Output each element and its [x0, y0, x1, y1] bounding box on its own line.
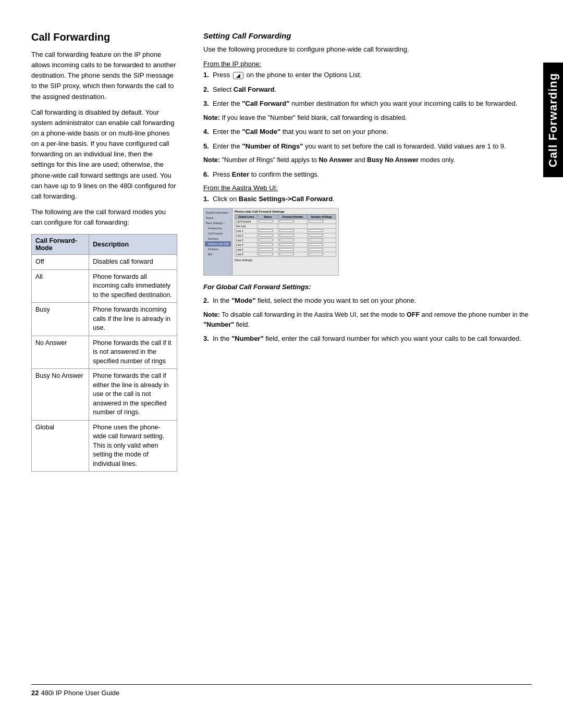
mini-td	[257, 233, 278, 238]
table-cell-mode: No Answer	[32, 336, 89, 369]
step-num: 6.	[203, 169, 213, 180]
mini-td	[257, 252, 278, 257]
step-content: Select Call Forward.	[213, 84, 532, 95]
step-6-list: 6. Press Enter to confirm the settings.	[203, 169, 532, 180]
step-content: In the "Number" field, enter the call fo…	[213, 334, 532, 344]
intro-para-1: The call forwarding feature on the IP ph…	[31, 50, 177, 102]
mini-th: Status	[257, 215, 278, 219]
list-item: 5. Enter the "Number of Rings" you want …	[203, 141, 532, 152]
page-footer: 22 480i IP Phone User Guide	[31, 684, 532, 697]
right-intro: Use the following procedure to configure…	[203, 44, 532, 55]
list-item: 3. In the "Number" field, enter the call…	[203, 334, 532, 344]
step-content: Press ◢ on the phone to enter the Option…	[213, 70, 532, 80]
mini-sidebar-item: Status	[205, 215, 231, 220]
table-cell-mode: Busy	[32, 303, 89, 336]
mini-sidebar-item: Basic Settings >	[205, 220, 231, 226]
table-cell-mode: Off	[32, 255, 89, 270]
list-item: 4. Enter the "Call Mode" that you want t…	[203, 127, 532, 137]
table-cell-desc: Disables call forward	[89, 255, 177, 270]
call-forward-table: Call Forward- Mode Description Off Disab…	[31, 234, 177, 472]
mini-td	[278, 219, 307, 224]
mini-screenshot-table: Global Lines Status Forward Number Numbe…	[235, 214, 336, 257]
mini-table-row: Per-Line	[235, 224, 336, 229]
table-cell-desc: Phone forwards incoming calls if the lin…	[89, 303, 177, 336]
step-num: 2.	[203, 84, 213, 95]
list-item: 1. Press ◢ on the phone to enter the Opt…	[203, 70, 532, 80]
note-3: Note: To disable call forwarding in the …	[203, 310, 532, 330]
intro-para-2: Call forwarding is disabled by default. …	[31, 107, 177, 202]
web-ui-steps: 1. Click on Basic Settings->Call Forward…	[203, 194, 532, 204]
mini-sidebar-item: BLF	[205, 252, 231, 257]
steps-cont: 4. Enter the "Call Mode" that you want t…	[203, 127, 532, 151]
step-num: 1.	[203, 70, 213, 80]
mini-ui: System Information Status Basic Settings…	[204, 208, 338, 275]
screenshot-box: System Information Status Basic Settings…	[203, 208, 339, 276]
mini-table-row: Call Forward	[235, 219, 336, 224]
mini-td	[307, 229, 336, 233]
mini-td: Line 5	[235, 248, 258, 252]
table-row: Busy Phone forwards incoming calls if th…	[32, 303, 177, 336]
mini-sidebar-item: Directory	[205, 246, 231, 252]
mini-td	[307, 252, 336, 257]
table-cell-desc: Phone forwards all incoming calls immedi…	[89, 269, 177, 303]
main-title: Call Forwarding	[31, 31, 177, 43]
mini-td	[307, 243, 336, 248]
table-row: All Phone forwards all incoming calls im…	[32, 269, 177, 303]
mini-td	[307, 224, 336, 229]
mini-table-row: Line 5	[235, 248, 336, 252]
global-step-3-list: 3. In the "Number" field, enter the call…	[203, 334, 532, 344]
step-content: Click on Basic Settings->Call Forward.	[213, 194, 532, 204]
step-content: Enter the "Number of Rings" you want to …	[213, 141, 532, 152]
page: Call Forwarding Call Forwarding The call…	[0, 0, 563, 728]
mini-save-btn: [Save Settings]	[235, 258, 336, 262]
table-row: No Answer Phone forwards the call if it …	[32, 336, 177, 369]
footer-page-number: 22	[31, 689, 39, 697]
list-item: 1. Click on Basic Settings->Call Forward…	[203, 194, 532, 204]
list-item: 2. In the "Mode" field, select the mode …	[203, 295, 532, 306]
mini-table-row: Line 2	[235, 233, 336, 238]
mini-td: Line 6	[235, 252, 258, 257]
list-item: 2. Select Call Forward.	[203, 84, 532, 95]
left-column: Call Forwarding The call forwarding feat…	[31, 31, 193, 669]
table-cell-desc: Phone uses the phone-wide call forward s…	[89, 420, 177, 472]
mini-sidebar-item: System Information	[205, 210, 231, 215]
mini-title: Phone-side Call Forward Settings	[235, 210, 336, 213]
right-column: Setting Call Forwarding Use the followin…	[193, 31, 532, 669]
table-header-desc: Description	[89, 235, 177, 255]
mini-td	[307, 248, 336, 252]
mini-sidebar-item: Preferences	[205, 226, 231, 231]
side-tab-text: Call Forwarding	[546, 72, 560, 167]
step-content: In the "Mode" field, select the mode you…	[213, 295, 532, 306]
table-cell-mode: Global	[32, 420, 89, 472]
mini-td	[257, 243, 278, 248]
mini-main: Phone-side Call Forward Settings Global …	[232, 208, 338, 275]
step-num: 3.	[203, 334, 213, 344]
mini-td: Per-Line	[235, 224, 258, 229]
table-cell-mode: Busy No Answer	[32, 369, 89, 421]
table-row: Busy No Answer Phone forwards the call i…	[32, 369, 177, 421]
mini-table-row: Line 6	[235, 252, 336, 257]
global-steps: 2. In the "Mode" field, select the mode …	[203, 295, 532, 306]
mini-td	[278, 248, 307, 252]
mini-td	[278, 252, 307, 257]
mini-sidebar-item-selected: Softkeys and XML	[205, 241, 231, 246]
mini-td: Line 3	[235, 238, 258, 243]
mini-td	[257, 224, 278, 229]
mini-td	[307, 238, 336, 243]
mini-table-row: Line 4	[235, 243, 336, 248]
ip-phone-steps: 1. Press ◢ on the phone to enter the Opt…	[203, 70, 532, 109]
mini-table-row: Line 3	[235, 238, 336, 243]
mini-td: Line 1	[235, 229, 258, 233]
mini-sidebar: System Information Status Basic Settings…	[204, 208, 232, 275]
mini-td	[257, 229, 278, 233]
mini-td	[278, 243, 307, 248]
mini-td: Line 2	[235, 233, 258, 238]
table-header-mode: Call Forward- Mode	[32, 235, 89, 255]
options-icon: ◢	[233, 72, 243, 79]
mini-td	[278, 238, 307, 243]
note-2: Note: "Number of Rings" field applys to …	[203, 155, 532, 165]
mini-table-row: Line 1	[235, 229, 336, 233]
list-item: 6. Press Enter to confirm the settings.	[203, 169, 532, 180]
table-cell-mode: All	[32, 269, 89, 303]
mini-th: Number of Rings	[307, 215, 336, 219]
